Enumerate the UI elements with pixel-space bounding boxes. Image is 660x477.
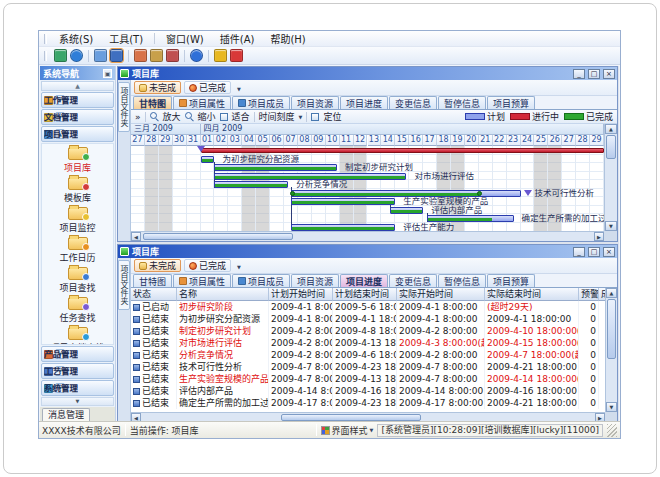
gantt-bar-制定初步研究计划[interactable] — [214, 164, 336, 171]
tab-甘特图[interactable]: 甘特图 — [133, 96, 172, 109]
sidebar-group-工艺管理[interactable]: 工艺管理▼ — [41, 363, 114, 379]
tab-变更信息[interactable]: 变更信息 — [389, 274, 437, 287]
gantt-vertical-scrollbar[interactable]: ▲ ▼ — [604, 124, 617, 231]
report-delete-icon[interactable] — [166, 49, 179, 62]
column-header-名称[interactable]: 名称 — [177, 288, 269, 301]
sidebar-item-project-doc-search[interactable]: 项目文档查找 — [42, 327, 113, 345]
stop-icon[interactable] — [230, 49, 243, 62]
tab-message-management[interactable]: 消息管理 — [42, 408, 90, 421]
minimize-button[interactable]: _ — [573, 69, 585, 79]
menu-item-系统(S)[interactable]: 系统(S) — [51, 30, 101, 47]
locate-button[interactable]: 定位 — [323, 110, 341, 123]
save-icon[interactable] — [110, 49, 123, 62]
filter-已完成-button[interactable]: 已完成 — [184, 81, 231, 94]
restore-button[interactable]: □ — [588, 247, 600, 257]
tab-暂停信息[interactable]: 暂停信息 — [438, 96, 486, 109]
column-header-实际开始时间[interactable]: 实际开始时间 — [397, 288, 485, 301]
table-row[interactable]: 已结束制定初步研究计划2009-4-2 8:00:002009-4-8 18:0… — [131, 325, 605, 337]
menu-item-插件(A)[interactable]: 插件(A) — [212, 30, 263, 47]
more-options-button[interactable]: ▼ — [234, 82, 244, 94]
window-title-bar[interactable]: 项目库 _ □ × — [118, 67, 617, 80]
table-row[interactable]: 已结束生产实验室规模的产品2009-4-7 8:00:002009-4-13 1… — [131, 373, 605, 385]
column-header-计划结束时间[interactable]: 计划结束时间 — [333, 288, 397, 301]
pin-icon[interactable]: ▣ — [103, 69, 112, 78]
gantt-bar-初步研究阶段[interactable] — [201, 148, 604, 153]
gantt-bar-为初步研究分配资源[interactable] — [201, 156, 215, 163]
tab-项目资源[interactable]: 项目资源 — [291, 96, 339, 109]
scrollbar-thumb[interactable] — [607, 299, 616, 359]
tab-项目进度[interactable]: 项目进度 — [340, 274, 388, 287]
table-row[interactable]: 已结束对市场进行评估2009-4-2 8:00:002009-4-13 18:0… — [131, 337, 605, 349]
zoom-out-button[interactable]: 缩小 — [198, 110, 216, 123]
close-button[interactable]: × — [603, 247, 615, 257]
tab-变更信息[interactable]: 变更信息 — [389, 96, 437, 109]
sidebar-group-工作管理[interactable]: 工作管理▼ — [41, 92, 114, 108]
table-vertical-scrollbar[interactable]: ▲ ▼ — [605, 288, 617, 412]
lock-icon[interactable] — [214, 49, 227, 62]
tab-暂停信息[interactable]: 暂停信息 — [438, 274, 486, 287]
filter-已完成-button[interactable]: 已完成 — [184, 259, 231, 272]
folder-icon[interactable] — [94, 49, 107, 62]
column-header-状态[interactable]: 状态 — [131, 288, 177, 301]
tab-project-folder[interactable]: 项目文件夹 — [118, 82, 130, 132]
table-row[interactable]: 已结束确定生产所需的加工过程2009-4-17 8:00:002009-4-23… — [131, 397, 605, 409]
scrollbar-thumb[interactable] — [281, 414, 421, 421]
table-row[interactable]: 已启动初步研究阶段2009-4-1 8:00:002009-5-6 18:00:… — [131, 301, 605, 313]
column-header-预警[interactable]: 预警 — [579, 288, 599, 301]
gantt-bar-确定生产所需的加工过程[interactable] — [427, 215, 513, 222]
menu-item-窗口(W)[interactable]: 窗口(W) — [158, 30, 212, 47]
gantt-horizontal-scrollbar[interactable]: ◀ ▶ — [131, 231, 604, 241]
sidebar-collapse-button[interactable]: ▲ — [41, 81, 114, 91]
fit-button[interactable]: 适合 — [232, 110, 250, 123]
minimize-button[interactable]: _ — [573, 247, 585, 257]
tab-项目资源[interactable]: 项目资源 — [291, 274, 339, 287]
tab-甘特图[interactable]: 甘特图 — [133, 274, 172, 287]
scroll-up-button[interactable]: ▲ — [605, 124, 617, 134]
table-row[interactable]: 已结束评估内部产品2009-4-14 8:00:002009-4-16 18:0… — [131, 385, 605, 397]
scroll-down-button[interactable]: ▼ — [606, 402, 617, 412]
tab-项目成员[interactable]: 项目成员 — [232, 96, 290, 109]
zoom-in-button[interactable]: 放大 — [163, 110, 181, 123]
scroll-up-button[interactable]: ▲ — [606, 288, 617, 298]
table-row[interactable]: 已结束技术可行性分析2009-4-7 8:00:002009-4-23 18:0… — [131, 361, 605, 373]
tab-项目属性[interactable]: 项目属性 — [173, 96, 231, 109]
tab-project-folder[interactable]: 项目文件夹 — [118, 260, 130, 310]
close-button[interactable]: × — [603, 69, 615, 79]
scroll-left-button[interactable]: ◀ — [131, 413, 141, 421]
scroll-left-button[interactable]: ◀ — [131, 232, 141, 241]
tab-项目预算[interactable]: 项目预算 — [487, 274, 535, 287]
window-title-bar[interactable]: 项目库 _ □ × — [118, 245, 617, 258]
scrollbar-thumb[interactable] — [143, 233, 293, 240]
toolbar-overflow-button[interactable]: » — [135, 112, 141, 122]
column-header-实际结束时间[interactable]: 实际结束时间 — [485, 288, 579, 301]
more-options-button[interactable]: ▼ — [234, 260, 244, 272]
sidebar-item-project-search[interactable]: 项目查找 — [42, 267, 113, 294]
menu-item-帮助(H)[interactable]: 帮助(H) — [262, 30, 313, 47]
gantt-bar-评估内部产品[interactable] — [390, 207, 423, 214]
report-new-icon[interactable] — [134, 49, 147, 62]
scroll-down-button[interactable]: ▼ — [605, 221, 617, 231]
gantt-bar-评估生产能力[interactable] — [291, 224, 395, 231]
sidebar-item-work-calendar[interactable]: 工作日历 — [42, 237, 113, 264]
help-icon[interactable] — [190, 49, 203, 62]
scrollbar-thumb[interactable] — [606, 135, 616, 159]
gantt-bar-生产实验室规模的产品[interactable] — [291, 198, 395, 205]
resize-grip[interactable] — [607, 424, 617, 437]
sidebar-group-系统管理[interactable]: 系统管理▼ — [41, 380, 114, 396]
scroll-right-button[interactable]: ▶ — [595, 413, 605, 421]
sidebar-item-project-monitor[interactable]: 项目监控 — [42, 207, 113, 234]
sidebar-item-task-search[interactable]: 任务查找 — [42, 297, 113, 324]
sidebar-group-项目管理[interactable]: 项目管理▲ — [41, 126, 114, 142]
sidebar-group-产品管理[interactable]: 产品管理▼ — [41, 346, 114, 362]
filter-未完成-button[interactable]: 未完成 — [134, 259, 181, 272]
tab-项目成员[interactable]: 项目成员 — [232, 274, 290, 287]
chevron-down-icon[interactable]: ▼ — [299, 114, 303, 120]
sync-icon[interactable] — [54, 49, 67, 62]
restore-button[interactable]: □ — [588, 69, 600, 79]
scroll-right-button[interactable]: ▶ — [594, 232, 604, 241]
timescale-button[interactable]: 时间刻度 — [259, 110, 295, 123]
gantt-bar-分析竞争情况[interactable] — [214, 181, 288, 188]
sidebar-more-button[interactable]: ▼ — [41, 397, 114, 406]
tab-项目属性[interactable]: 项目属性 — [173, 274, 231, 287]
ui-style-button[interactable]: 界面样式 ▼ — [321, 424, 374, 437]
